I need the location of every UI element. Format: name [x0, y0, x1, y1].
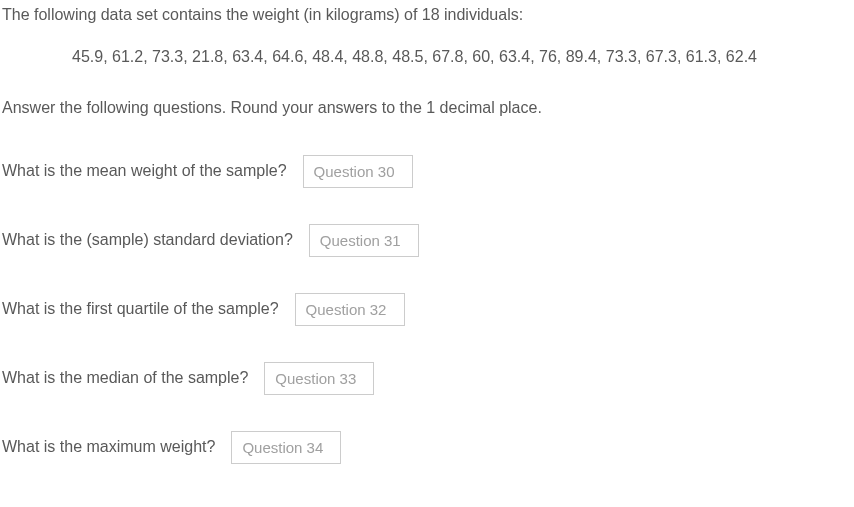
question-row-stddev: What is the (sample) standard deviation?: [2, 224, 852, 257]
answer-input-stddev[interactable]: [309, 224, 419, 257]
question-label-q1: What is the first quartile of the sample…: [2, 298, 279, 320]
answer-input-median[interactable]: [264, 362, 374, 395]
question-row-median: What is the median of the sample?: [2, 362, 852, 395]
question-row-q1: What is the first quartile of the sample…: [2, 293, 852, 326]
question-label-median: What is the median of the sample?: [2, 367, 248, 389]
question-label-mean: What is the mean weight of the sample?: [2, 160, 287, 182]
question-row-max: What is the maximum weight?: [2, 431, 852, 464]
question-row-mean: What is the mean weight of the sample?: [2, 155, 852, 188]
instruction-text: Answer the following questions. Round yo…: [2, 97, 852, 119]
dataset-text: 45.9, 61.2, 73.3, 21.8, 63.4, 64.6, 48.4…: [72, 46, 852, 68]
question-label-stddev: What is the (sample) standard deviation?: [2, 229, 293, 251]
answer-input-q1[interactable]: [295, 293, 405, 326]
answer-input-max[interactable]: [231, 431, 341, 464]
answer-input-mean[interactable]: [303, 155, 413, 188]
intro-text: The following data set contains the weig…: [2, 4, 852, 26]
question-label-max: What is the maximum weight?: [2, 436, 215, 458]
